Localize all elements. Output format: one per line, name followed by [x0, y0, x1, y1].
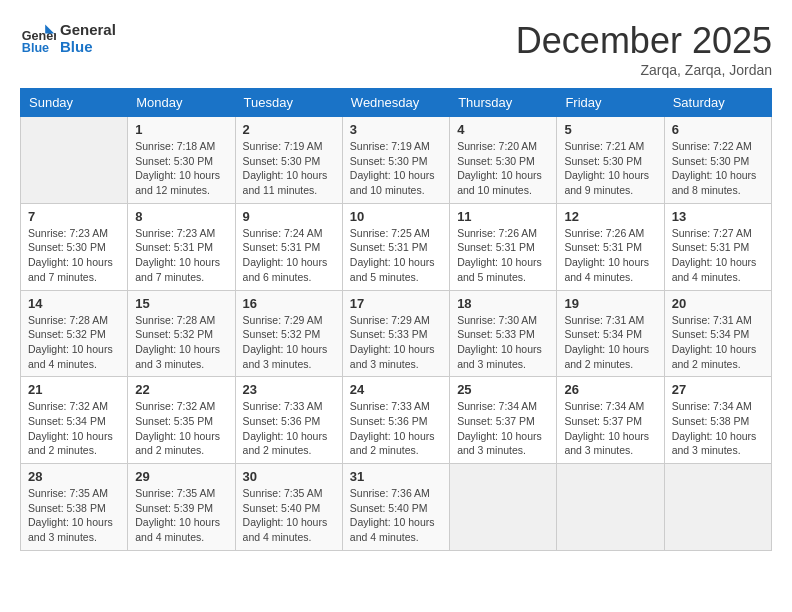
calendar-day-cell: 18Sunrise: 7:30 AM Sunset: 5:33 PM Dayli… — [450, 290, 557, 377]
calendar-day-cell: 16Sunrise: 7:29 AM Sunset: 5:32 PM Dayli… — [235, 290, 342, 377]
day-number: 4 — [457, 122, 549, 137]
day-info: Sunrise: 7:32 AM Sunset: 5:34 PM Dayligh… — [28, 399, 120, 458]
day-info: Sunrise: 7:26 AM Sunset: 5:31 PM Dayligh… — [457, 226, 549, 285]
logo: General Blue General Blue — [20, 20, 116, 56]
day-info: Sunrise: 7:35 AM Sunset: 5:40 PM Dayligh… — [243, 486, 335, 545]
calendar-day-cell: 10Sunrise: 7:25 AM Sunset: 5:31 PM Dayli… — [342, 203, 449, 290]
calendar-day-cell: 19Sunrise: 7:31 AM Sunset: 5:34 PM Dayli… — [557, 290, 664, 377]
calendar-day-cell: 21Sunrise: 7:32 AM Sunset: 5:34 PM Dayli… — [21, 377, 128, 464]
day-info: Sunrise: 7:26 AM Sunset: 5:31 PM Dayligh… — [564, 226, 656, 285]
day-number: 14 — [28, 296, 120, 311]
calendar-day-cell: 8Sunrise: 7:23 AM Sunset: 5:31 PM Daylig… — [128, 203, 235, 290]
calendar-week-row: 28Sunrise: 7:35 AM Sunset: 5:38 PM Dayli… — [21, 464, 772, 551]
day-number: 31 — [350, 469, 442, 484]
day-info: Sunrise: 7:25 AM Sunset: 5:31 PM Dayligh… — [350, 226, 442, 285]
calendar-day-cell — [21, 117, 128, 204]
logo-line1: General — [60, 21, 116, 38]
weekday-header: Saturday — [664, 89, 771, 117]
calendar-week-row: 7Sunrise: 7:23 AM Sunset: 5:30 PM Daylig… — [21, 203, 772, 290]
calendar-day-cell: 28Sunrise: 7:35 AM Sunset: 5:38 PM Dayli… — [21, 464, 128, 551]
calendar-day-cell: 31Sunrise: 7:36 AM Sunset: 5:40 PM Dayli… — [342, 464, 449, 551]
calendar-day-cell: 27Sunrise: 7:34 AM Sunset: 5:38 PM Dayli… — [664, 377, 771, 464]
calendar-week-row: 14Sunrise: 7:28 AM Sunset: 5:32 PM Dayli… — [21, 290, 772, 377]
day-info: Sunrise: 7:35 AM Sunset: 5:38 PM Dayligh… — [28, 486, 120, 545]
calendar-day-cell: 23Sunrise: 7:33 AM Sunset: 5:36 PM Dayli… — [235, 377, 342, 464]
weekday-header: Friday — [557, 89, 664, 117]
day-number: 26 — [564, 382, 656, 397]
day-info: Sunrise: 7:34 AM Sunset: 5:37 PM Dayligh… — [564, 399, 656, 458]
day-number: 8 — [135, 209, 227, 224]
day-number: 3 — [350, 122, 442, 137]
day-info: Sunrise: 7:23 AM Sunset: 5:30 PM Dayligh… — [28, 226, 120, 285]
calendar-day-cell: 17Sunrise: 7:29 AM Sunset: 5:33 PM Dayli… — [342, 290, 449, 377]
day-number: 6 — [672, 122, 764, 137]
calendar-header: SundayMondayTuesdayWednesdayThursdayFrid… — [21, 89, 772, 117]
logo-line2: Blue — [60, 38, 116, 55]
day-info: Sunrise: 7:28 AM Sunset: 5:32 PM Dayligh… — [135, 313, 227, 372]
day-number: 2 — [243, 122, 335, 137]
day-number: 28 — [28, 469, 120, 484]
calendar-day-cell: 26Sunrise: 7:34 AM Sunset: 5:37 PM Dayli… — [557, 377, 664, 464]
day-info: Sunrise: 7:35 AM Sunset: 5:39 PM Dayligh… — [135, 486, 227, 545]
calendar-day-cell: 20Sunrise: 7:31 AM Sunset: 5:34 PM Dayli… — [664, 290, 771, 377]
month-title: December 2025 — [516, 20, 772, 62]
calendar-day-cell: 3Sunrise: 7:19 AM Sunset: 5:30 PM Daylig… — [342, 117, 449, 204]
day-number: 17 — [350, 296, 442, 311]
calendar-day-cell: 24Sunrise: 7:33 AM Sunset: 5:36 PM Dayli… — [342, 377, 449, 464]
day-info: Sunrise: 7:29 AM Sunset: 5:32 PM Dayligh… — [243, 313, 335, 372]
day-info: Sunrise: 7:31 AM Sunset: 5:34 PM Dayligh… — [672, 313, 764, 372]
calendar-day-cell — [664, 464, 771, 551]
calendar-day-cell: 13Sunrise: 7:27 AM Sunset: 5:31 PM Dayli… — [664, 203, 771, 290]
day-info: Sunrise: 7:34 AM Sunset: 5:37 PM Dayligh… — [457, 399, 549, 458]
calendar-day-cell — [557, 464, 664, 551]
day-number: 25 — [457, 382, 549, 397]
title-block: December 2025 Zarqa, Zarqa, Jordan — [516, 20, 772, 78]
calendar-day-cell: 12Sunrise: 7:26 AM Sunset: 5:31 PM Dayli… — [557, 203, 664, 290]
calendar-day-cell: 9Sunrise: 7:24 AM Sunset: 5:31 PM Daylig… — [235, 203, 342, 290]
day-info: Sunrise: 7:33 AM Sunset: 5:36 PM Dayligh… — [350, 399, 442, 458]
day-info: Sunrise: 7:23 AM Sunset: 5:31 PM Dayligh… — [135, 226, 227, 285]
day-info: Sunrise: 7:29 AM Sunset: 5:33 PM Dayligh… — [350, 313, 442, 372]
weekday-header: Sunday — [21, 89, 128, 117]
day-info: Sunrise: 7:32 AM Sunset: 5:35 PM Dayligh… — [135, 399, 227, 458]
day-number: 23 — [243, 382, 335, 397]
location-subtitle: Zarqa, Zarqa, Jordan — [516, 62, 772, 78]
day-info: Sunrise: 7:24 AM Sunset: 5:31 PM Dayligh… — [243, 226, 335, 285]
day-number: 9 — [243, 209, 335, 224]
page-header: General Blue General Blue December 2025 … — [20, 20, 772, 78]
day-number: 15 — [135, 296, 227, 311]
calendar-day-cell: 7Sunrise: 7:23 AM Sunset: 5:30 PM Daylig… — [21, 203, 128, 290]
calendar-week-row: 1Sunrise: 7:18 AM Sunset: 5:30 PM Daylig… — [21, 117, 772, 204]
day-number: 1 — [135, 122, 227, 137]
day-number: 18 — [457, 296, 549, 311]
day-info: Sunrise: 7:19 AM Sunset: 5:30 PM Dayligh… — [350, 139, 442, 198]
calendar-day-cell: 1Sunrise: 7:18 AM Sunset: 5:30 PM Daylig… — [128, 117, 235, 204]
day-info: Sunrise: 7:33 AM Sunset: 5:36 PM Dayligh… — [243, 399, 335, 458]
calendar-day-cell: 14Sunrise: 7:28 AM Sunset: 5:32 PM Dayli… — [21, 290, 128, 377]
day-info: Sunrise: 7:20 AM Sunset: 5:30 PM Dayligh… — [457, 139, 549, 198]
day-number: 21 — [28, 382, 120, 397]
calendar-day-cell: 30Sunrise: 7:35 AM Sunset: 5:40 PM Dayli… — [235, 464, 342, 551]
day-info: Sunrise: 7:18 AM Sunset: 5:30 PM Dayligh… — [135, 139, 227, 198]
day-number: 16 — [243, 296, 335, 311]
day-number: 24 — [350, 382, 442, 397]
calendar-day-cell: 6Sunrise: 7:22 AM Sunset: 5:30 PM Daylig… — [664, 117, 771, 204]
calendar-day-cell: 2Sunrise: 7:19 AM Sunset: 5:30 PM Daylig… — [235, 117, 342, 204]
weekday-header: Monday — [128, 89, 235, 117]
day-number: 7 — [28, 209, 120, 224]
weekday-header: Wednesday — [342, 89, 449, 117]
day-number: 19 — [564, 296, 656, 311]
calendar-day-cell: 29Sunrise: 7:35 AM Sunset: 5:39 PM Dayli… — [128, 464, 235, 551]
logo-icon: General Blue — [20, 20, 56, 56]
calendar-day-cell: 11Sunrise: 7:26 AM Sunset: 5:31 PM Dayli… — [450, 203, 557, 290]
day-info: Sunrise: 7:27 AM Sunset: 5:31 PM Dayligh… — [672, 226, 764, 285]
calendar-day-cell: 15Sunrise: 7:28 AM Sunset: 5:32 PM Dayli… — [128, 290, 235, 377]
calendar-table: SundayMondayTuesdayWednesdayThursdayFrid… — [20, 88, 772, 551]
day-number: 29 — [135, 469, 227, 484]
calendar-day-cell: 25Sunrise: 7:34 AM Sunset: 5:37 PM Dayli… — [450, 377, 557, 464]
weekday-header: Tuesday — [235, 89, 342, 117]
day-info: Sunrise: 7:34 AM Sunset: 5:38 PM Dayligh… — [672, 399, 764, 458]
calendar-week-row: 21Sunrise: 7:32 AM Sunset: 5:34 PM Dayli… — [21, 377, 772, 464]
day-info: Sunrise: 7:19 AM Sunset: 5:30 PM Dayligh… — [243, 139, 335, 198]
day-number: 11 — [457, 209, 549, 224]
